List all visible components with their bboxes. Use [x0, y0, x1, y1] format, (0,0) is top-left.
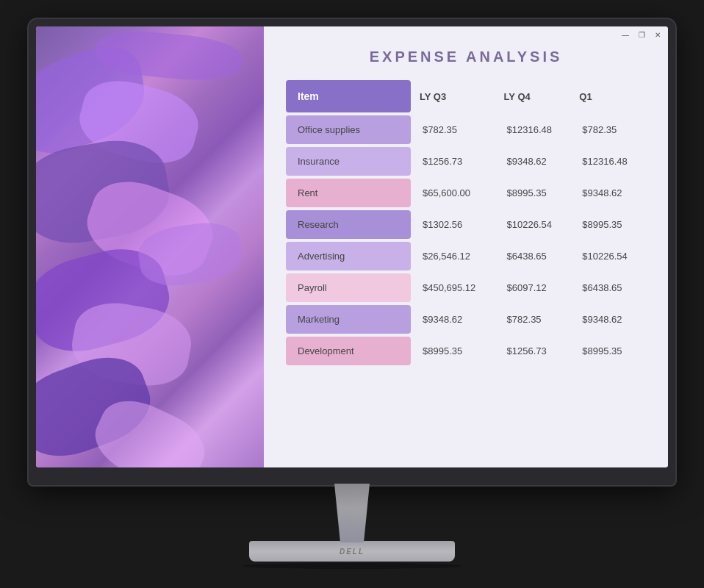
lyq3-cell: $8995.35 — [411, 337, 495, 365]
left-decorative-image — [36, 26, 264, 467]
monitor-wrapper: — ❐ ✕ EXPENSE ANALYSIS — [21, 19, 683, 569]
item-cell: Advertising — [286, 242, 411, 270]
lyq4-cell: $1256.73 — [495, 337, 571, 365]
minimize-button[interactable]: — — [621, 30, 630, 39]
table-row: Payroll$450,695.12$6097.12$6438.65 — [286, 273, 646, 302]
table-row: Marketing$9348.62$782.35$9348.62 — [286, 305, 646, 334]
lyq3-cell: $1302.56 — [411, 210, 495, 239]
q1-cell: $10226.54 — [570, 242, 646, 270]
col-header-lyq3: LY Q3 — [411, 80, 495, 112]
monitor-screen: — ❐ ✕ EXPENSE ANALYSIS — [36, 26, 668, 467]
lyq3-cell: $1256.73 — [411, 147, 495, 176]
window-chrome: — ❐ ✕ — [609, 26, 668, 43]
right-content: EXPENSE ANALYSIS Item LY Q3 LY Q4 Q1 Off… — [264, 26, 668, 467]
q1-cell: $782.35 — [570, 115, 646, 144]
expense-table: Item LY Q3 LY Q4 Q1 Office supplies$782.… — [286, 80, 646, 368]
item-cell: Office supplies — [286, 115, 411, 144]
item-cell: Rent — [286, 179, 411, 207]
table-header-row: Item LY Q3 LY Q4 Q1 — [286, 80, 646, 112]
page-title: EXPENSE ANALYSIS — [286, 49, 646, 65]
lyq4-cell: $9348.62 — [495, 147, 571, 176]
monitor-bottom-bezel — [36, 467, 668, 479]
item-cell: Marketing — [286, 305, 411, 334]
lyq3-cell: $9348.62 — [411, 305, 495, 334]
lyq4-cell: $12316.48 — [495, 115, 571, 144]
q1-cell: $12316.48 — [570, 147, 646, 176]
lyq3-cell: $450,695.12 — [411, 273, 495, 302]
table-row: Insurance$1256.73$9348.62$12316.48 — [286, 147, 646, 176]
lyq4-cell: $10226.54 — [495, 210, 571, 239]
table-row: Research$1302.56$10226.54$8995.35 — [286, 210, 646, 239]
item-cell: Research — [286, 210, 411, 239]
lyq3-cell: $26,546.12 — [411, 242, 495, 270]
q1-cell: $9348.62 — [570, 305, 646, 334]
stand-neck — [323, 484, 381, 542]
col-header-q1: Q1 — [570, 80, 646, 112]
table-row: Development$8995.35$1256.73$8995.35 — [286, 337, 646, 365]
table-row: Office supplies$782.35$12316.48$782.35 — [286, 115, 646, 144]
table-row: Advertising$26,546.12$6438.65$10226.54 — [286, 242, 646, 270]
restore-button[interactable]: ❐ — [637, 30, 646, 39]
lyq3-cell: $65,600.00 — [411, 179, 495, 207]
lyq4-cell: $8995.35 — [495, 179, 571, 207]
item-cell: Payroll — [286, 273, 411, 302]
stand-base-shadow — [242, 563, 462, 569]
q1-cell: $8995.35 — [570, 210, 646, 239]
item-cell: Development — [286, 337, 411, 365]
monitor-bezel: — ❐ ✕ EXPENSE ANALYSIS — [29, 19, 675, 485]
q1-cell: $6438.65 — [570, 273, 646, 302]
lyq4-cell: $6438.65 — [495, 242, 571, 270]
lyq4-cell: $782.35 — [495, 305, 571, 334]
q1-cell: $8995.35 — [570, 337, 646, 365]
item-cell: Insurance — [286, 147, 411, 176]
close-button[interactable]: ✕ — [653, 30, 662, 39]
stand-base: DELL — [249, 541, 455, 562]
dell-logo: DELL — [340, 548, 364, 556]
lyq3-cell: $782.35 — [411, 115, 495, 144]
q1-cell: $9348.62 — [570, 179, 646, 207]
col-header-item: Item — [286, 80, 411, 112]
lyq4-cell: $6097.12 — [495, 273, 571, 302]
col-header-lyq4: LY Q4 — [495, 80, 571, 112]
table-row: Rent$65,600.00$8995.35$9348.62 — [286, 179, 646, 207]
